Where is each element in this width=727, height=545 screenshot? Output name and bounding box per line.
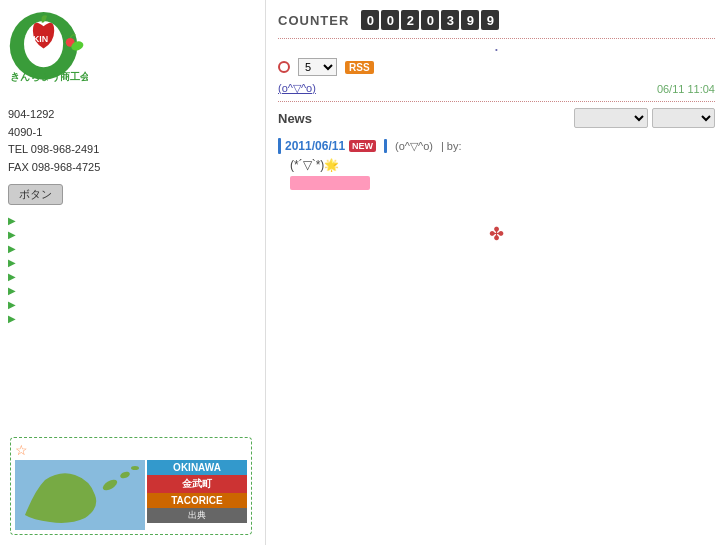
news-by-label: | by: <box>441 140 462 152</box>
nav-item-4[interactable]: ▶ <box>8 257 257 268</box>
counter-row: COUNTER 0 0 2 0 3 9 9 <box>278 10 715 30</box>
digit-1: 0 <box>361 10 379 30</box>
arrow-icon-1: ▶ <box>8 215 16 226</box>
address-line2: 4090-1 <box>8 124 257 142</box>
map-label-okinawa: OKINAWA <box>147 460 247 475</box>
logo-area: KIN きんちょう商工会 <box>8 8 257 98</box>
news-pink-block <box>290 176 370 190</box>
radio-button[interactable] <box>278 61 290 73</box>
arrow-icon-5: ▶ <box>8 271 16 282</box>
link-date: 06/11 11:04 <box>657 83 715 95</box>
digit-4: 0 <box>421 10 439 30</box>
main-link[interactable]: (o^▽^o) <box>278 82 316 95</box>
news-body-text: (*´▽`*)🌟 <box>290 158 715 172</box>
news-date-bar: 2011/06/11 NEW <box>278 138 376 154</box>
address-line3: TEL 098-968-2491 <box>8 141 257 159</box>
news-sort-select[interactable]: 並び順 <box>652 108 715 128</box>
arrow-icon-8: ▶ <box>8 313 16 324</box>
svg-text:KIN: KIN <box>33 34 48 44</box>
main-content: COUNTER 0 0 2 0 3 9 9 • 5 10 20 RSS <box>265 0 727 545</box>
nav-item-5[interactable]: ▶ <box>8 271 257 282</box>
news-item: 2011/06/11 NEW (o^▽^o) | by: (*´▽`*)🌟 <box>278 138 715 193</box>
nav-item-3[interactable]: ▶ <box>8 243 257 254</box>
arrow-icon-2: ▶ <box>8 229 16 240</box>
news-blue-bar-left <box>278 138 281 154</box>
new-badge: NEW <box>349 140 376 152</box>
deco-symbol: ✤ <box>489 224 504 244</box>
nav-item-6[interactable]: ▶ <box>8 285 257 296</box>
news-body: (*´▽`*)🌟 <box>290 158 715 193</box>
digit-6: 9 <box>461 10 479 30</box>
counter-label: COUNTER <box>278 13 349 28</box>
rss-badge[interactable]: RSS <box>345 61 374 74</box>
counter-digits: 0 0 2 0 3 9 9 <box>361 10 499 30</box>
map-label-kincho: 金武町 <box>147 475 247 493</box>
radio-row: 5 10 20 RSS <box>278 58 715 76</box>
news-date: 2011/06/11 <box>285 139 345 153</box>
address-block: 904-1292 4090-1 TEL 098-968-2491 FAX 098… <box>8 106 257 176</box>
svg-point-9 <box>131 466 139 470</box>
arrow-icon-3: ▶ <box>8 243 16 254</box>
link-row: (o^▽^o) 06/11 11:04 <box>278 82 715 95</box>
digit-3: 2 <box>401 10 419 30</box>
map-star: ☆ <box>15 442 247 458</box>
nav-item-8[interactable]: ▶ <box>8 313 257 324</box>
nav-arrows: ▶ ▶ ▶ ▶ ▶ ▶ ▶ ▶ <box>8 215 257 324</box>
map-image: OKINAWA 金武町 TACORICE 出典 <box>15 460 247 530</box>
sidebar: KIN きんちょう商工会 904-1292 4090-1 TEL 098-968… <box>0 0 265 545</box>
news-author: (o^▽^o) <box>395 140 433 153</box>
news-item-header: 2011/06/11 NEW (o^▽^o) | by: <box>278 138 715 154</box>
arrow-icon-6: ▶ <box>8 285 16 296</box>
news-section: News カテゴリ 並び順 2011/06 <box>278 108 715 193</box>
sidebar-button[interactable]: ボタン <box>8 184 63 205</box>
digit-2: 0 <box>381 10 399 30</box>
map-labels: OKINAWA 金武町 TACORICE 出典 <box>147 460 247 523</box>
arrow-icon-4: ▶ <box>8 257 16 268</box>
address-line1: 904-1292 <box>8 106 257 124</box>
digit-7: 9 <box>481 10 499 30</box>
map-label-extra: 出典 <box>147 508 247 523</box>
news-controls: カテゴリ 並び順 <box>574 108 715 128</box>
news-header: News カテゴリ 並び順 <box>278 108 715 128</box>
news-title: News <box>278 111 312 126</box>
separator-top <box>278 38 715 39</box>
svg-text:きんちょう商工会: きんちょう商工会 <box>10 71 88 82</box>
news-category-select[interactable]: カテゴリ <box>574 108 648 128</box>
nav-item-1[interactable]: ▶ <box>8 215 257 226</box>
okinawa-map-svg <box>15 460 145 530</box>
arrow-icon-7: ▶ <box>8 299 16 310</box>
logo-icon: KIN きんちょう商工会 <box>8 8 88 98</box>
separator-mid <box>278 101 715 102</box>
items-select[interactable]: 5 10 20 <box>298 58 337 76</box>
map-label-taco: TACORICE <box>147 493 247 508</box>
address-line4: FAX 098-968-4725 <box>8 159 257 177</box>
sidebar-map-box: ☆ OKINAWA 金武町 TACORICE 出典 <box>10 437 252 535</box>
nav-item-7[interactable]: ▶ <box>8 299 257 310</box>
nav-item-2[interactable]: ▶ <box>8 229 257 240</box>
digit-5: 3 <box>441 10 459 30</box>
small-dot: • <box>278 45 715 54</box>
center-decoration: ✤ <box>278 223 715 245</box>
news-small-bar <box>384 139 387 153</box>
